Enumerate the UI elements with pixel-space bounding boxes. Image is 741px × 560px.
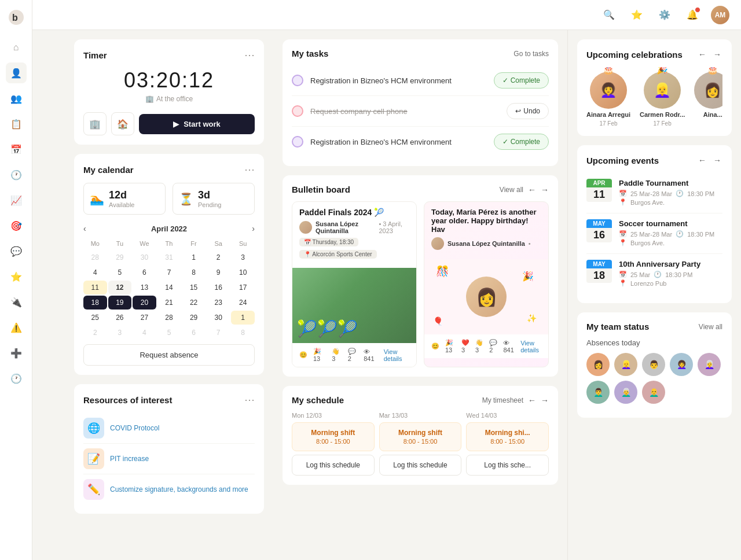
cal-day-4[interactable]: 4 (83, 266, 107, 279)
start-work-button[interactable]: ▶ Start work (139, 114, 255, 134)
sidebar-item-checklist[interactable]: 📋 (6, 113, 27, 134)
bulletin-view-all[interactable]: View all (500, 186, 523, 194)
cal-day-mar29[interactable]: 29 (108, 250, 132, 264)
sidebar-item-home[interactable]: ⌂ (6, 37, 27, 58)
task-undo-button-2[interactable]: ↩ Undo (507, 103, 549, 119)
cal-day-3-sun[interactable]: 3 (231, 250, 255, 264)
search-icon[interactable]: 🔍 (600, 6, 618, 24)
favorites-icon[interactable]: ⭐ (628, 6, 646, 24)
sidebar-item-add-user[interactable]: ➕ (6, 342, 27, 363)
sidebar-item-star[interactable]: ⭐ (6, 266, 27, 287)
bulletin-prev[interactable]: ← (528, 185, 536, 194)
emoji-reaction-2[interactable]: 😊 (431, 342, 439, 350)
cal-day-24-sun[interactable]: 24 (231, 296, 255, 310)
view-details-2[interactable]: View details (520, 340, 541, 353)
cal-day-29[interactable]: 29 (182, 311, 206, 325)
cal-day-mar30[interactable]: 30 (133, 250, 156, 264)
cal-day-9-sat[interactable]: 9 (207, 266, 230, 279)
timer-menu[interactable]: ⋯ (244, 49, 255, 61)
cal-day-1[interactable]: 1 (182, 250, 206, 264)
cal-day-18[interactable]: 18 (83, 296, 107, 310)
cal-day-mar31[interactable]: 31 (157, 250, 181, 264)
cal-day-6-may[interactable]: 6 (182, 326, 206, 340)
timer-building-button[interactable]: 🏢 (83, 112, 107, 135)
settings-icon[interactable]: ⚙️ (655, 6, 674, 24)
cal-day-2-sat[interactable]: 2 (207, 250, 230, 264)
cal-day-4-may[interactable]: 4 (133, 326, 156, 340)
bulletin-next[interactable]: → (541, 185, 549, 194)
wave-reaction-1[interactable]: 👋 3 (332, 348, 342, 362)
cal-day-13[interactable]: 13 (133, 281, 156, 294)
sidebar-item-calendar[interactable]: 📅 (6, 139, 27, 160)
cal-day-6[interactable]: 6 (133, 266, 156, 279)
cal-day-20[interactable]: 20 (133, 296, 156, 310)
request-absence-button[interactable]: Request absence (83, 344, 255, 366)
cal-day-27[interactable]: 27 (133, 311, 156, 325)
wave-reaction-2[interactable]: 👋 3 (475, 339, 483, 353)
emoji-reaction-1[interactable]: 😊 (299, 351, 307, 359)
team-status-view-all[interactable]: View all (699, 323, 722, 331)
cal-day-10-sun[interactable]: 10 (231, 266, 255, 279)
cal-day-23-sat[interactable]: 23 (207, 296, 230, 310)
party-reaction-1[interactable]: 🎉 13 (313, 348, 326, 362)
cal-day-30-sat[interactable]: 30 (207, 311, 230, 325)
cal-day-7[interactable]: 7 (157, 266, 181, 279)
cal-day-21[interactable]: 21 (157, 296, 181, 310)
sidebar-item-group[interactable]: 👥 (6, 88, 27, 109)
customize-link[interactable]: Customize signature, backgrounds and mor… (110, 485, 248, 493)
cal-day-14[interactable]: 14 (157, 281, 181, 294)
log-schedule-button-2[interactable]: Log this schedule (379, 455, 462, 476)
cal-day-7-may[interactable]: 7 (207, 326, 230, 340)
task-complete-button-3[interactable]: ✓ Complete (494, 134, 549, 150)
calendar-menu[interactable]: ⋯ (244, 163, 255, 176)
covid-link[interactable]: COVID Protocol (110, 424, 159, 432)
my-timesheet-link[interactable]: My timesheet (482, 396, 523, 404)
calendar-prev[interactable]: ‹ (83, 224, 86, 233)
events-prev[interactable]: ← (697, 154, 707, 166)
events-next[interactable]: → (712, 154, 722, 166)
cal-day-5-may[interactable]: 5 (157, 326, 181, 340)
timer-home-button[interactable]: 🏠 (111, 112, 134, 135)
cal-day-mar28[interactable]: 28 (83, 250, 107, 264)
sidebar-item-clock[interactable]: 🕐 (6, 164, 27, 185)
cal-day-8[interactable]: 8 (182, 266, 206, 279)
cal-day-2-may[interactable]: 2 (83, 326, 107, 340)
cal-day-1-may[interactable]: 1 (231, 311, 255, 325)
schedule-next[interactable]: → (541, 396, 549, 405)
cal-day-16-sat[interactable]: 16 (207, 281, 230, 294)
task-complete-button-1[interactable]: ✓ Complete (494, 72, 549, 89)
resources-menu[interactable]: ⋯ (244, 393, 255, 406)
cal-day-26[interactable]: 26 (108, 311, 132, 325)
cal-day-12[interactable]: 12 (108, 281, 132, 294)
sidebar-item-chart[interactable]: 📈 (6, 190, 27, 211)
cal-day-17-sun[interactable]: 17 (231, 281, 255, 294)
sidebar-item-plug[interactable]: 🔌 (6, 292, 27, 312)
notifications-icon[interactable]: 🔔 (683, 6, 702, 24)
sidebar-item-history[interactable]: 🕐 (6, 368, 27, 389)
sidebar-item-person[interactable]: 👤 (6, 62, 27, 83)
cal-day-15[interactable]: 15 (182, 281, 206, 294)
pit-link[interactable]: PIT increase (110, 455, 149, 463)
celebrations-prev[interactable]: ← (697, 49, 707, 60)
calendar-next[interactable]: › (252, 224, 255, 233)
cal-day-22[interactable]: 22 (182, 296, 206, 310)
cal-day-11[interactable]: 11 (83, 281, 107, 294)
user-avatar[interactable]: AM (711, 6, 729, 24)
sidebar-item-alert[interactable]: ⚠️ (6, 317, 27, 338)
log-schedule-button-1[interactable]: Log this schedule (292, 455, 375, 476)
go-to-tasks-link[interactable]: Go to tasks (513, 50, 549, 58)
cal-day-5[interactable]: 5 (108, 266, 132, 279)
log-schedule-button-3[interactable]: Log this sche... (466, 455, 549, 476)
sidebar-item-target[interactable]: 🎯 (6, 215, 27, 236)
cal-day-8-may[interactable]: 8 (231, 326, 255, 340)
schedule-prev[interactable]: ← (528, 396, 536, 405)
sidebar-item-chat[interactable]: 💬 (6, 241, 27, 261)
cal-day-25[interactable]: 25 (83, 311, 107, 325)
cal-day-19[interactable]: 19 (108, 296, 132, 310)
logo[interactable]: b (6, 7, 27, 28)
celebrations-next[interactable]: → (712, 49, 722, 60)
cal-day-28[interactable]: 28 (157, 311, 181, 325)
view-details-1[interactable]: View details (384, 348, 409, 362)
heart-reaction-2[interactable]: ❤️ 3 (461, 339, 469, 353)
party-reaction-2[interactable]: 🎉 13 (445, 339, 456, 353)
